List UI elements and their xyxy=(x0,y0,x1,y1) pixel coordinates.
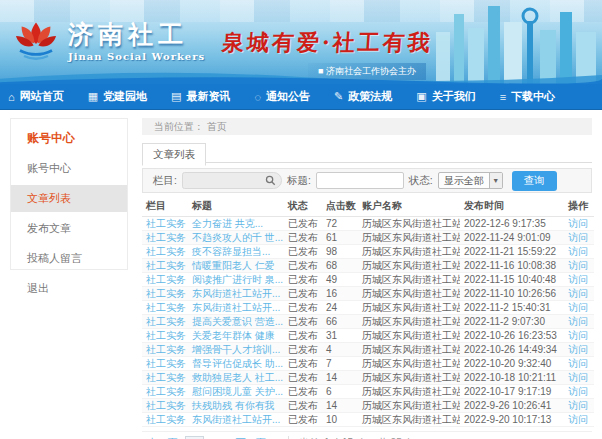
tab-bar: 文章列表 xyxy=(142,142,592,163)
status-select[interactable]: 显示全部 ▼ xyxy=(438,172,503,189)
cell-action-visit[interactable]: 访问 xyxy=(564,371,594,385)
cell-category[interactable]: 社工实务 xyxy=(142,413,188,427)
cell-title[interactable]: 东风街道社工站开... xyxy=(188,287,284,301)
cell-title[interactable]: 全力奋进 共克... xyxy=(188,217,284,231)
cell-title[interactable]: 东风街道社工站开... xyxy=(188,413,284,427)
cell-title[interactable]: 情暖重阳老人 仁爱 xyxy=(188,259,284,273)
nav-item-最新资讯[interactable]: ▤最新资讯 xyxy=(171,89,230,104)
cell-title[interactable]: 慰问困境儿童 关护... xyxy=(188,385,284,399)
cell-title[interactable]: 督导评估促成长 助... xyxy=(188,357,284,371)
nav-item-政策法规[interactable]: ✎政策法规 xyxy=(334,89,392,104)
cell-time: 2022-10-17 9:17:19 xyxy=(460,385,564,399)
cell-clicks: 72 xyxy=(322,217,358,231)
sidebar-title: 账号中心 xyxy=(11,119,127,155)
cell-category[interactable]: 社工实务 xyxy=(142,217,188,231)
cell-time: 2022-11-16 10:08:38 xyxy=(460,259,564,273)
cell-category[interactable]: 社工实务 xyxy=(142,357,188,371)
cell-action-visit[interactable]: 访问 xyxy=(564,399,594,413)
cell-category[interactable]: 社工实务 xyxy=(142,287,188,301)
title-filter-input[interactable] xyxy=(316,172,404,189)
cell-action-visit[interactable]: 访问 xyxy=(564,413,594,427)
breadcrumb-current[interactable]: 首页 xyxy=(207,121,227,132)
column-filter-input[interactable] xyxy=(183,173,261,188)
table-row: 社工实务增强骨干人才培训...已发布4历城区东风街道社工站2022-10-26 … xyxy=(142,343,594,357)
cell-title[interactable]: 不趋炎攻人的千 世... xyxy=(188,231,284,245)
cell-category[interactable]: 社工实务 xyxy=(142,399,188,413)
cell-title[interactable]: 提高关爱意识 营造... xyxy=(188,315,284,329)
cell-account: 历城区东风街道社工站 xyxy=(358,357,460,371)
cell-time: 2022-11-24 9:01:09 xyxy=(460,231,564,245)
chevron-down-icon: ▼ xyxy=(489,173,502,188)
cell-title[interactable]: 增强骨干人才培训... xyxy=(188,343,284,357)
header-banner: 济南社工 Jinan Social Workers 泉城有爱·社工有我 ■ 济南… xyxy=(0,0,602,84)
cell-category[interactable]: 社工实务 xyxy=(142,245,188,259)
sidebar-item-账号中心[interactable]: 账号中心 xyxy=(11,155,127,182)
cell-action-visit[interactable]: 访问 xyxy=(564,259,594,273)
cell-account: 历城区东风街道社工站 xyxy=(358,273,460,287)
cell-action-visit[interactable]: 访问 xyxy=(564,245,594,259)
sidebar-item-退出[interactable]: 退出 xyxy=(11,275,127,302)
nav-item-关于我们[interactable]: ▣关于我们 xyxy=(416,89,475,104)
nav-item-下载中心[interactable]: ≡下载中心 xyxy=(500,89,555,104)
cell-account: 历城区东风街道社工站 xyxy=(358,245,460,259)
tab-article-list[interactable]: 文章列表 xyxy=(142,143,206,166)
cell-action-visit[interactable]: 访问 xyxy=(564,287,594,301)
sidebar-item-文章列表[interactable]: 文章列表 xyxy=(11,185,127,212)
about-icon: ▣ xyxy=(416,90,426,103)
cell-title[interactable]: 阅读推广进行时 泉... xyxy=(188,273,284,287)
cell-action-visit[interactable]: 访问 xyxy=(564,217,594,231)
cell-action-visit[interactable]: 访问 xyxy=(564,301,594,315)
cell-title[interactable]: 关爱老年群体 健康 xyxy=(188,329,284,343)
cell-action-visit[interactable]: 访问 xyxy=(564,315,594,329)
cell-action-visit[interactable]: 访问 xyxy=(564,329,594,343)
sidebar: 账号中心 账号中心文章列表发布文章投稿人留言退出 xyxy=(10,118,128,270)
status-select-value: 显示全部 xyxy=(439,174,489,188)
article-table: 栏目标题状态点击数账户名称发布时间操作 社工实务全力奋进 共克...已发布72历… xyxy=(142,196,594,427)
cell-category[interactable]: 社工实务 xyxy=(142,231,188,245)
nav-item-通知公告[interactable]: ◌通知公告 xyxy=(254,89,310,104)
cell-clicks: 24 xyxy=(322,301,358,315)
sidebar-item-投稿人留言[interactable]: 投稿人留言 xyxy=(11,245,127,272)
breadcrumb-label: 当前位置： xyxy=(154,121,204,132)
cell-title[interactable]: 东风街道社工站开... xyxy=(188,301,284,315)
cell-category[interactable]: 社工实务 xyxy=(142,343,188,357)
cell-clicks: 4 xyxy=(322,343,358,357)
cell-category[interactable]: 社工实务 xyxy=(142,301,188,315)
cell-action-visit[interactable]: 访问 xyxy=(564,385,594,399)
nav-item-网站首页[interactable]: ⌂网站首页 xyxy=(8,89,64,104)
notice-icon: ◌ xyxy=(254,91,261,103)
cell-clicks: 66 xyxy=(322,315,358,329)
query-button[interactable]: 查询 xyxy=(512,171,557,191)
table-header-row: 栏目标题状态点击数账户名称发布时间操作 xyxy=(142,196,594,217)
nav-item-label: 党建园地 xyxy=(103,89,147,104)
cell-action-visit[interactable]: 访问 xyxy=(564,273,594,287)
nav-item-党建园地[interactable]: ▦党建园地 xyxy=(88,89,147,104)
table-row: 社工实务情暖重阳老人 仁爱已发布68历城区东风街道社工站2022-11-16 1… xyxy=(142,259,594,273)
cell-category[interactable]: 社工实务 xyxy=(142,273,188,287)
cell-status: 已发布 xyxy=(284,301,322,315)
cell-status: 已发布 xyxy=(284,357,322,371)
cell-category[interactable]: 社工实务 xyxy=(142,371,188,385)
site-logo[interactable]: 济南社工 Jinan Social Workers xyxy=(12,18,205,62)
cell-title[interactable]: 扶残助残 有你有我 xyxy=(188,399,284,413)
cell-category[interactable]: 社工实务 xyxy=(142,315,188,329)
cell-account: 历城区东风街道社工站 xyxy=(358,385,460,399)
search-icon[interactable] xyxy=(261,172,281,189)
cell-title[interactable]: 救助独居老人 社工... xyxy=(188,371,284,385)
table-body: 社工实务全力奋进 共克...已发布72历城区东风街道社工站2022-12-6 9… xyxy=(142,217,594,427)
cell-action-visit[interactable]: 访问 xyxy=(564,231,594,245)
lotus-logo-icon xyxy=(12,19,60,61)
cell-title[interactable]: 疫不容辞显担当... xyxy=(188,245,284,259)
cell-category[interactable]: 社工实务 xyxy=(142,385,188,399)
table-row: 社工实务扶残助残 有你有我已发布14历城区东风街道社工站2022-9-26 10… xyxy=(142,399,594,413)
cell-action-visit[interactable]: 访问 xyxy=(564,357,594,371)
sidebar-item-发布文章[interactable]: 发布文章 xyxy=(11,215,127,242)
cell-category[interactable]: 社工实务 xyxy=(142,259,188,273)
table-row: 社工实务救助独居老人 社工...已发布14历城区东风街道社工站2022-10-1… xyxy=(142,371,594,385)
cell-time: 2022-10-26 16:23:53 xyxy=(460,329,564,343)
page-number-1[interactable]: 1 xyxy=(185,436,205,439)
cell-status: 已发布 xyxy=(284,217,322,231)
cell-category[interactable]: 社工实务 xyxy=(142,329,188,343)
cell-action-visit[interactable]: 访问 xyxy=(564,343,594,357)
cell-clicks: 49 xyxy=(322,273,358,287)
